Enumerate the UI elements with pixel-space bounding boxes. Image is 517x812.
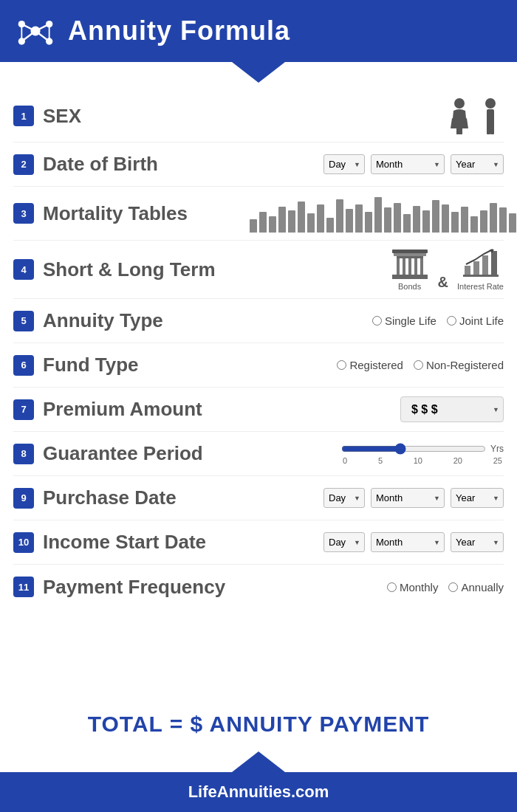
- slider-ticks: 0 5 10 20 25: [341, 456, 504, 465]
- row-payment-freq: 11 Payment Frequency Monthly Annually: [13, 565, 504, 609]
- bar: [499, 207, 507, 233]
- bar: [250, 219, 257, 233]
- ampersand: &: [438, 274, 448, 291]
- bar: [490, 203, 497, 233]
- income-month-select[interactable]: Month: [371, 532, 445, 552]
- row-num-3: 3: [13, 203, 34, 224]
- row-annuity-type: 5 Annuity Type Single Life Joint Life: [13, 299, 504, 343]
- row-num-7: 7: [13, 399, 34, 420]
- row-num-6: 6: [13, 355, 34, 376]
- svg-line-7: [21, 31, 35, 41]
- premium-control: $ $ $: [250, 396, 504, 422]
- app-title: Annuity Formula: [68, 16, 290, 47]
- purchase-month-select[interactable]: Month: [371, 488, 445, 508]
- fund-type-radio-group: Registered Non-Registered: [337, 359, 504, 371]
- tick-25: 25: [493, 456, 502, 465]
- income-year-select[interactable]: Year: [451, 532, 504, 552]
- registered-option[interactable]: Registered: [337, 359, 403, 371]
- bar: [403, 214, 411, 233]
- bar: [288, 210, 295, 233]
- svg-point-11: [454, 98, 465, 109]
- row-shortlong: 4 Short & Long Term: [13, 241, 504, 299]
- label-guarantee: Guarantee Period: [43, 442, 250, 465]
- mortality-control: [250, 194, 517, 233]
- guarantee-slider-container: Yrs 0 5 10 20 25: [341, 443, 504, 465]
- bar: [374, 197, 382, 233]
- bar: [470, 216, 478, 233]
- svg-rect-26: [465, 266, 470, 275]
- tick-5: 5: [378, 456, 383, 465]
- non-registered-radio[interactable]: [414, 360, 423, 370]
- tick-0: 0: [343, 456, 347, 465]
- row-sex: 1 SEX: [13, 90, 504, 142]
- premium-select-wrap: $ $ $: [400, 396, 504, 422]
- joint-life-radio[interactable]: [447, 316, 456, 326]
- dob-year-select[interactable]: Year: [451, 154, 504, 174]
- label-payment-freq: Payment Frequency: [43, 576, 250, 599]
- bar: [259, 212, 267, 233]
- bonds-icon: [391, 248, 429, 281]
- single-life-option[interactable]: Single Life: [372, 314, 436, 327]
- female-icon[interactable]: [446, 97, 473, 134]
- row-guarantee: 8 Guarantee Period Yrs 0 5 10 20 25: [13, 432, 504, 476]
- row-num-5: 5: [13, 311, 34, 331]
- income-day-select[interactable]: Day: [323, 532, 365, 552]
- row-premium: 7 Premium Amount $ $ $: [13, 388, 504, 432]
- bar: [422, 210, 430, 233]
- label-income-start: Income Start Date: [43, 531, 250, 554]
- row-num-4: 4: [13, 259, 34, 280]
- svg-rect-28: [482, 255, 488, 275]
- mortality-bar-chart: [250, 194, 517, 233]
- svg-point-12: [485, 98, 496, 109]
- dob-month-wrap: Month: [371, 154, 445, 174]
- network-icon: [15, 10, 56, 52]
- dob-day-select[interactable]: Day: [323, 154, 365, 174]
- shortlong-control: Bonds & Interest Rate: [250, 248, 504, 291]
- income-month-wrap: Month: [371, 532, 445, 552]
- svg-rect-27: [473, 261, 479, 275]
- svg-rect-20: [397, 258, 400, 275]
- guarantee-slider[interactable]: [341, 443, 486, 455]
- row-num-9: 9: [13, 488, 34, 509]
- monthly-option[interactable]: Monthly: [387, 581, 439, 593]
- registered-radio[interactable]: [337, 360, 346, 370]
- sex-icons[interactable]: [446, 97, 504, 134]
- bar: [365, 212, 372, 233]
- row-dob: 2 Date of Birth Day Month Year: [13, 142, 504, 187]
- annually-radio[interactable]: [448, 582, 458, 592]
- guarantee-control: Yrs 0 5 10 20 25: [250, 443, 504, 465]
- label-fund-type: Fund Type: [43, 354, 250, 376]
- joint-life-option[interactable]: Joint Life: [447, 314, 504, 327]
- bar: [451, 212, 459, 233]
- registered-label: Registered: [349, 359, 403, 371]
- purchase-day-select[interactable]: Day: [323, 488, 365, 508]
- bar: [326, 218, 334, 233]
- purchase-year-select[interactable]: Year: [451, 488, 504, 508]
- svg-line-8: [35, 31, 49, 41]
- purchase-year-wrap: Year: [451, 488, 504, 508]
- svg-rect-16: [392, 275, 428, 279]
- svg-rect-29: [491, 251, 497, 275]
- dob-year-wrap: Year: [451, 154, 504, 174]
- svg-rect-25: [463, 275, 499, 277]
- bar: [432, 200, 439, 233]
- bar: [269, 216, 276, 233]
- joint-life-label: Joint Life: [459, 314, 504, 327]
- male-icon[interactable]: [477, 97, 504, 134]
- monthly-radio[interactable]: [387, 582, 397, 592]
- premium-select[interactable]: $ $ $: [400, 396, 504, 422]
- dob-month-select[interactable]: Month: [371, 154, 445, 174]
- row-num-1: 1: [13, 106, 34, 126]
- bar: [336, 199, 343, 233]
- row-num-11: 11: [13, 577, 34, 597]
- single-life-radio[interactable]: [372, 316, 382, 326]
- bar: [394, 203, 401, 233]
- income-year-wrap: Year: [451, 532, 504, 552]
- annually-option[interactable]: Annually: [448, 581, 504, 593]
- monthly-label: Monthly: [400, 581, 439, 593]
- tick-10: 10: [414, 456, 422, 465]
- svg-rect-15: [490, 123, 494, 134]
- total-text: TOTAL = $ ANNUITY PAYMENT: [15, 712, 502, 737]
- non-registered-option[interactable]: Non-Registered: [414, 359, 504, 371]
- row-purchase-date: 9 Purchase Date Day Month Year: [13, 476, 504, 520]
